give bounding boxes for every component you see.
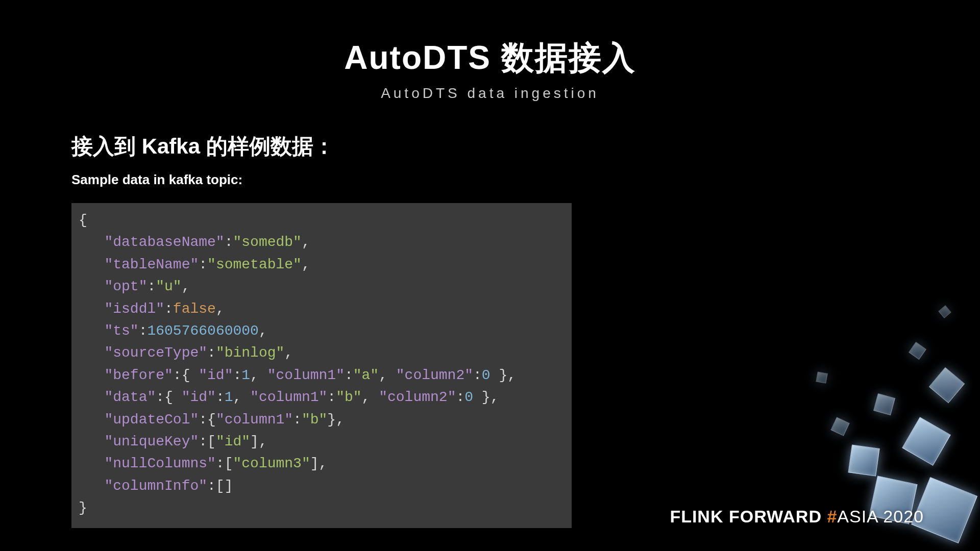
key-column2: "column2" bbox=[396, 367, 473, 383]
val-column3: "column3" bbox=[233, 456, 310, 471]
val-zero: 0 bbox=[464, 389, 473, 405]
key-data: "data" bbox=[104, 389, 156, 405]
key-sourceType: "sourceType" bbox=[104, 345, 207, 361]
section-heading-cn: 接入到 Kafka 的样例数据： bbox=[71, 132, 909, 161]
val-one: 1 bbox=[241, 367, 250, 383]
key-column1: "column1" bbox=[250, 389, 327, 405]
val-false: false bbox=[173, 301, 216, 317]
key-databaseName: "databaseName" bbox=[104, 234, 224, 250]
slide-title-sub: AutoDTS data ingestion bbox=[71, 85, 909, 102]
val-a: "a" bbox=[353, 367, 379, 383]
key-id: "id" bbox=[199, 367, 233, 383]
key-column2: "column2" bbox=[379, 389, 456, 405]
val-zero: 0 bbox=[482, 367, 491, 383]
key-id: "id" bbox=[182, 389, 216, 405]
val-binlog: "binlog" bbox=[216, 345, 284, 361]
val-somedb: "somedb" bbox=[233, 234, 301, 250]
key-before: "before" bbox=[104, 367, 173, 383]
footer-brand: FLINK FORWARD #ASIA 2020 bbox=[670, 507, 924, 527]
val-one: 1 bbox=[225, 389, 233, 405]
val-sometable: "sometable" bbox=[207, 257, 302, 272]
val-b: "b" bbox=[302, 412, 327, 428]
code-block: { "databaseName":"somedb", "tableName":"… bbox=[71, 203, 572, 528]
section-heading-en: Sample data in kafka topic: bbox=[71, 172, 909, 188]
footer-hash: # bbox=[827, 507, 837, 526]
val-id-str: "id" bbox=[216, 434, 250, 449]
slide: AutoDTS 数据接入 AutoDTS data ingestion 接入到 … bbox=[0, 0, 980, 551]
key-uniqueKey: "uniqueKey" bbox=[104, 434, 199, 449]
key-tableName: "tableName" bbox=[104, 257, 199, 272]
footer-asia: ASIA 2020 bbox=[837, 507, 924, 526]
key-opt: "opt" bbox=[104, 279, 147, 294]
key-updateCol: "updateCol" bbox=[104, 412, 199, 428]
key-columnInfo: "columnInfo" bbox=[104, 478, 207, 494]
key-column1: "column1" bbox=[267, 367, 345, 383]
key-ts: "ts" bbox=[104, 323, 138, 339]
val-u: "u" bbox=[156, 279, 181, 294]
brace-open: { bbox=[79, 212, 87, 228]
val-ts: 1605766060000 bbox=[147, 323, 258, 339]
slide-title-main: AutoDTS 数据接入 bbox=[71, 36, 909, 80]
key-nullColumns: "nullColumns" bbox=[104, 456, 215, 471]
key-isddl: "isddl" bbox=[104, 301, 164, 317]
brace-close: } bbox=[79, 500, 87, 516]
footer-flink: FLINK FORWARD bbox=[670, 507, 827, 526]
key-column1: "column1" bbox=[216, 412, 293, 428]
val-b: "b" bbox=[336, 389, 361, 405]
